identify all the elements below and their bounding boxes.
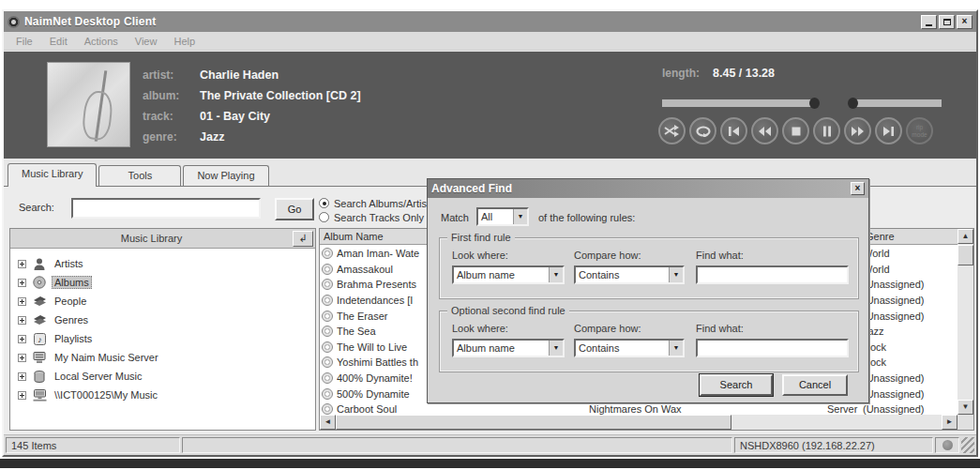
rip-mode-label-1: rip [912, 124, 927, 130]
tab-now-playing[interactable]: Now Playing [183, 165, 268, 187]
album-value: The Private Collection [CD 2] [200, 89, 361, 102]
expander-icon[interactable] [18, 279, 26, 287]
cd-icon [322, 356, 333, 368]
menu-help[interactable]: Help [165, 34, 204, 49]
tree-item-genres[interactable]: Genres [18, 311, 315, 329]
close-button[interactable]: × [957, 15, 972, 29]
find-what-input[interactable] [696, 265, 849, 284]
previous-track-button[interactable] [720, 117, 747, 144]
seek-bar[interactable] [662, 99, 816, 107]
tree-item-label: Playlists [52, 332, 95, 345]
scroll-right-button[interactable]: ► [942, 415, 957, 430]
menu-edit[interactable]: Edit [41, 34, 76, 49]
length-value: 8.45 / 13.28 [713, 67, 775, 80]
status-middle [182, 437, 732, 453]
cancel-button[interactable]: Cancel [782, 374, 848, 396]
horizontal-scroll-thumb[interactable] [336, 415, 731, 430]
compare-how-dropdown[interactable]: Contains ▼ [574, 265, 685, 284]
resize-grip[interactable] [961, 437, 974, 453]
compare-how-dropdown-2[interactable]: Contains ▼ [574, 339, 685, 357]
tree-item-naim-server[interactable]: My Naim Music Server [18, 348, 315, 367]
expander-icon[interactable] [18, 260, 26, 268]
chevron-down-icon[interactable]: ▼ [669, 267, 683, 282]
volume-bar[interactable] [852, 99, 942, 107]
advanced-find-dialog: Advanced Find × Match All ▼ of the follo… [427, 178, 869, 403]
source: Server [827, 403, 857, 415]
scroll-up-button[interactable]: ▲ [957, 229, 973, 244]
repeat-button[interactable] [689, 117, 716, 144]
cd-icon [322, 279, 333, 290]
expander-icon[interactable] [18, 316, 26, 325]
pause-button[interactable] [813, 117, 840, 144]
genre: (Unassigned) [863, 295, 924, 306]
horizontal-scrollbar[interactable]: ◄ ► [320, 415, 957, 430]
tree-item-playlists[interactable]: ♪ Playlists [18, 329, 315, 348]
expander-icon[interactable] [18, 372, 26, 381]
scroll-left-button[interactable]: ◄ [320, 415, 336, 430]
first-rule-group: First find rule Look where: Compare how:… [439, 237, 859, 299]
look-where-dropdown-2[interactable]: Album name ▼ [452, 339, 565, 357]
compare-how-value: Contains [576, 269, 669, 280]
svg-text:♪: ♪ [38, 335, 42, 344]
menu-view[interactable]: View [127, 34, 166, 49]
chevron-down-icon[interactable]: ▼ [549, 341, 563, 356]
minimize-button[interactable] [921, 15, 937, 29]
search-input[interactable] [71, 198, 261, 219]
tree-item-network-share[interactable]: \\ICT000125\My Music [18, 386, 315, 404]
stop-button[interactable] [782, 117, 809, 144]
genre-value: Jazz [200, 130, 224, 144]
search-button[interactable]: Search [700, 374, 773, 396]
fast-forward-button[interactable] [844, 117, 871, 144]
shuffle-button[interactable] [658, 117, 686, 144]
column-header-genre[interactable]: Genre [862, 229, 957, 245]
radio-tracks-row[interactable]: Search Tracks Only [319, 211, 424, 223]
collapse-panel-button[interactable]: ↲ [293, 231, 313, 247]
find-what-input-2[interactable] [696, 339, 849, 357]
look-where-label: Look where: [452, 323, 508, 334]
radio-tracks-only[interactable] [319, 212, 329, 222]
chevron-down-icon[interactable]: ▼ [549, 267, 563, 282]
dialog-close-button[interactable]: × [851, 182, 865, 195]
find-what-label: Find what: [696, 250, 744, 261]
artist-icon [32, 257, 47, 270]
expander-icon[interactable] [18, 354, 26, 362]
volume-handle[interactable] [848, 98, 858, 109]
maximize-button[interactable] [939, 15, 955, 29]
next-track-button[interactable] [875, 117, 902, 144]
tree-item-people[interactable]: People [18, 292, 315, 311]
expander-icon[interactable] [18, 335, 26, 343]
rewind-button[interactable] [751, 117, 778, 144]
tree-item-artists[interactable]: Artists [18, 254, 315, 273]
dialog-title: Advanced Find [431, 182, 851, 195]
cd-icon [322, 326, 333, 337]
tab-music-library[interactable]: Music Library [8, 163, 97, 187]
expander-icon[interactable] [18, 297, 26, 306]
expander-icon[interactable] [18, 391, 26, 400]
rip-mode-button[interactable]: ripmode [906, 117, 933, 144]
menu-actions[interactable]: Actions [76, 34, 127, 49]
tree-item-label: \\ICT000125\My Music [52, 388, 160, 402]
server-address: NSHDX8960 (192.168.22.27) [734, 437, 933, 453]
chevron-down-icon[interactable]: ▼ [513, 209, 527, 224]
radio-albums-artists[interactable] [319, 198, 329, 208]
scroll-down-button[interactable]: ▼ [957, 400, 973, 415]
tab-tools[interactable]: Tools [98, 165, 181, 187]
tree-body: Artists Albums People Genres [10, 249, 315, 404]
look-where-dropdown[interactable]: Album name ▼ [452, 265, 565, 284]
transport-controls: ripmode [658, 117, 933, 144]
album-label: album: [143, 89, 191, 102]
seek-handle[interactable] [809, 98, 820, 109]
tree-item-local-server[interactable]: Local Server Music [18, 367, 315, 386]
go-button[interactable]: Go [275, 198, 314, 220]
chevron-down-icon[interactable]: ▼ [669, 341, 683, 356]
vertical-scrollbar[interactable]: ▲ ▼ [957, 229, 973, 415]
tree-item-albums[interactable]: Albums [18, 273, 315, 292]
album-row[interactable]: Carboot SoulNightmares On WaxServer(Unas… [320, 402, 957, 415]
tree-item-label: Genres [52, 313, 91, 326]
menu-file[interactable]: File [8, 34, 41, 49]
connection-indicator-icon [942, 440, 953, 450]
match-dropdown[interactable]: All ▼ [476, 207, 529, 226]
radio-albums-row[interactable]: Search Albums/Artist [319, 197, 430, 209]
vertical-scroll-thumb[interactable] [957, 245, 973, 265]
radio-albums-label: Search Albums/Artist [334, 198, 430, 209]
